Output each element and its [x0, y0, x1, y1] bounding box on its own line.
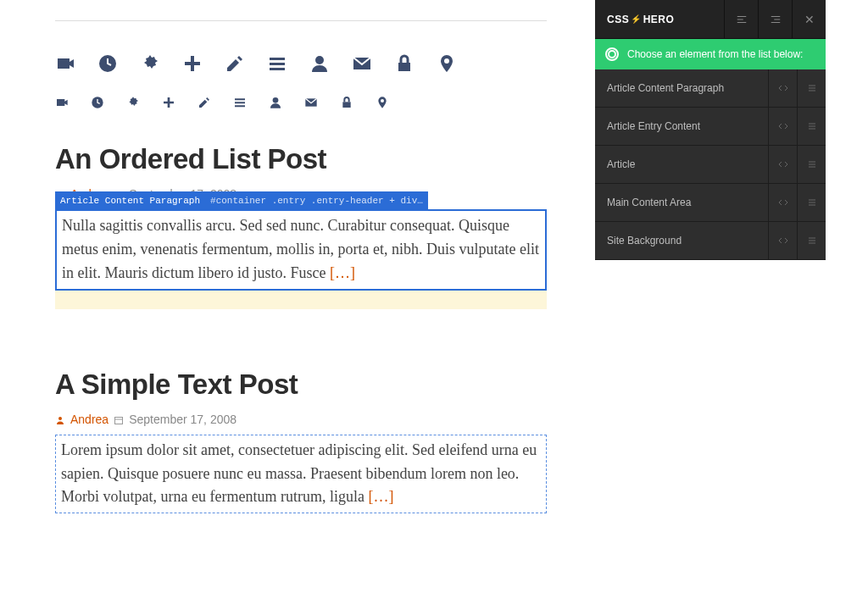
close-button[interactable]: ✕ [792, 0, 826, 38]
svg-rect-13 [115, 417, 123, 424]
pin-icon[interactable] [437, 53, 457, 74]
post-author[interactable]: Andrea [70, 413, 108, 426]
code-button[interactable] [768, 69, 797, 107]
margin-highlight [55, 291, 547, 309]
svg-rect-8 [342, 102, 350, 108]
lock-icon[interactable] [394, 53, 415, 74]
video-icon[interactable] [55, 96, 69, 109]
user-icon[interactable] [269, 96, 282, 109]
csshero-panel: CSS ⚡ HERO ✕ Choose an element from the … [595, 0, 826, 260]
panel-item-label: Article Entry Content [607, 120, 700, 132]
selection-tooltip: Article Content Paragraph #container .en… [55, 191, 428, 211]
panel-item-article-entry-content[interactable]: Article Entry Content [595, 108, 826, 146]
excerpt-text: Lorem ipsum dolor sit amet, consectetuer… [61, 441, 537, 506]
excerpt-text: Nulla sagittis convallis arcu. Sed sed n… [62, 217, 539, 281]
panel-item-article-content-paragraph[interactable]: Article Content Paragraph [595, 69, 826, 108]
gear-icon[interactable] [126, 96, 140, 109]
author-icon [55, 414, 65, 424]
svg-point-7 [273, 97, 279, 103]
svg-point-12 [58, 417, 62, 420]
tooltip-selector-path: #container .entry .entry-header + div… [210, 194, 423, 208]
panel-logo: CSS ⚡ HERO [595, 14, 674, 25]
mail-icon[interactable] [304, 96, 318, 109]
list-button[interactable] [797, 222, 826, 259]
list-button[interactable] [797, 69, 826, 107]
pin-icon[interactable] [376, 96, 389, 109]
article-second: A Simple Text Post Andrea September 17, … [55, 369, 547, 514]
article-first: An Ordered List Post Andrea September 17… [55, 143, 547, 309]
mail-icon[interactable] [352, 53, 372, 74]
icon-row-small [55, 96, 547, 109]
edit-icon[interactable] [225, 53, 245, 74]
video-icon[interactable] [55, 53, 75, 74]
code-button[interactable] [768, 146, 797, 183]
panel-banner: Choose an element from the list below: [595, 39, 826, 69]
bolt-icon: ⚡ [631, 14, 642, 24]
code-button[interactable] [768, 184, 797, 221]
svg-rect-3 [398, 63, 410, 71]
panel-item-site-background[interactable]: Site Background [595, 222, 826, 260]
menu-icon[interactable] [233, 96, 247, 109]
main-content-area: An Ordered List Post Andrea September 17… [55, 0, 547, 513]
post-meta: Andrea September 17, 2008 [55, 413, 547, 426]
article-content-paragraph[interactable]: Lorem ipsum dolor sit amet, consectetuer… [55, 435, 547, 514]
menu-icon[interactable] [267, 53, 287, 74]
target-icon [605, 47, 619, 61]
article-content-paragraph[interactable]: Article Content Paragraph #container .en… [55, 209, 547, 291]
post-title[interactable]: A Simple Text Post [55, 369, 547, 401]
icon-row-large [55, 53, 547, 74]
panel-item-label: Article [607, 158, 635, 170]
plus-icon[interactable] [182, 53, 203, 74]
svg-point-9 [381, 99, 384, 103]
logo-css: CSS [607, 14, 629, 25]
panel-item-article[interactable]: Article [595, 146, 826, 184]
panel-header: CSS ⚡ HERO ✕ [595, 0, 826, 39]
list-button[interactable] [797, 184, 826, 221]
svg-point-4 [444, 58, 449, 64]
panel-item-label: Site Background [607, 235, 682, 247]
lock-icon[interactable] [340, 96, 353, 109]
clock-icon[interactable] [97, 53, 118, 74]
list-button[interactable] [797, 146, 826, 183]
logo-hero: HERO [643, 14, 675, 25]
user-icon[interactable] [309, 53, 330, 74]
code-button[interactable] [768, 108, 797, 145]
banner-text: Choose an element from the list below: [627, 48, 803, 60]
more-link[interactable]: […] [368, 488, 393, 505]
plus-icon[interactable] [162, 96, 175, 109]
code-button[interactable] [768, 222, 797, 259]
tooltip-element-name: Article Content Paragraph [60, 194, 200, 208]
svg-point-2 [315, 56, 324, 64]
outdent-button[interactable] [724, 0, 758, 38]
panel-list: Article Content Paragraph Article Entry … [595, 69, 826, 260]
divider [55, 20, 547, 21]
list-button[interactable] [797, 108, 826, 145]
post-title[interactable]: An Ordered List Post [55, 143, 547, 175]
gear-icon[interactable] [140, 53, 160, 74]
panel-item-label: Article Content Paragraph [607, 82, 724, 94]
post-date: September 17, 2008 [129, 413, 236, 426]
panel-item-main-content-area[interactable]: Main Content Area [595, 184, 826, 222]
panel-item-label: Main Content Area [607, 197, 691, 208]
more-link[interactable]: […] [330, 264, 355, 281]
edit-icon[interactable] [198, 96, 211, 109]
calendar-icon [114, 414, 124, 424]
clock-icon[interactable] [91, 96, 104, 109]
indent-button[interactable] [758, 0, 792, 38]
